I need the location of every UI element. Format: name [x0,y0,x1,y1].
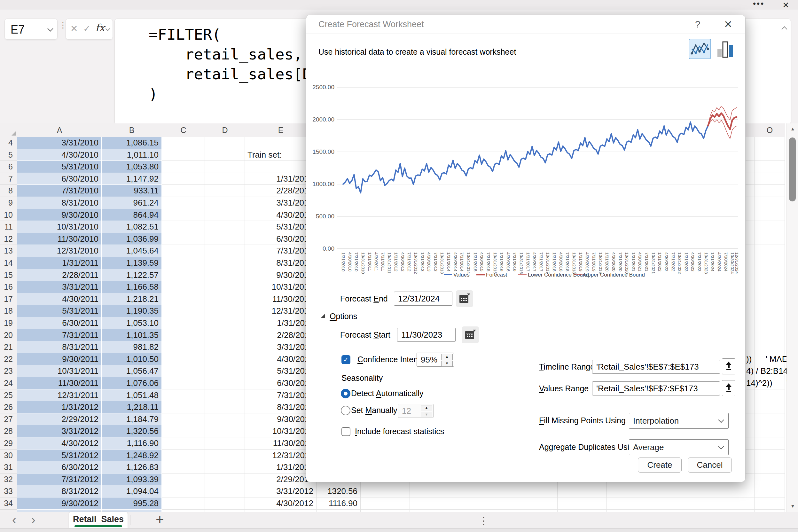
row-header[interactable]: 24 [0,377,17,390]
grid-cell[interactable] [162,149,205,161]
row-header[interactable]: 20 [0,329,17,341]
grid-cell[interactable] [162,197,205,209]
name-box-chevron-icon[interactable] [47,25,53,31]
grid-cell[interactable] [162,269,205,281]
grid-cell[interactable] [755,510,785,512]
grid-cell[interactable]: 10/31/2010 [17,221,102,233]
grid-cell[interactable] [205,497,245,510]
grid-cell[interactable]: 981.82 [102,341,162,353]
grid-cell[interactable] [557,510,607,512]
grid-cell[interactable] [459,497,508,510]
grid-cell[interactable] [755,485,785,497]
grid-cell[interactable] [162,437,205,450]
grid-cell[interactable]: 1,010.50 [102,353,162,365]
grid-cell[interactable] [755,233,785,245]
grid-cell[interactable] [755,497,785,510]
grid-cell[interactable]: 1,126.83 [102,461,162,474]
grid-cell[interactable] [205,161,245,173]
spin-up-icon[interactable]: ▲ [421,405,432,411]
grid-cell[interactable]: 1,076.06 [102,377,162,390]
dialog-help-icon[interactable]: ? [695,19,701,30]
grid-cell[interactable] [205,269,245,281]
scroll-up-icon[interactable]: ▲ [790,126,795,131]
grid-cell[interactable] [205,245,245,257]
grid-cell[interactable] [162,209,205,221]
line-chart-type-button[interactable] [689,39,711,59]
grid-cell[interactable]: 5/31/2011 [17,305,102,317]
grid-cell[interactable]: 1,248.92 [102,450,162,462]
grid-cell[interactable] [205,377,245,390]
grid-cell[interactable] [656,485,705,497]
row-header[interactable]: 17 [0,293,17,305]
timeline-range-select-button[interactable] [722,358,735,374]
grid-cell[interactable] [656,510,705,512]
grid-cell[interactable] [102,510,162,512]
grid-cell[interactable] [410,510,459,512]
grid-cell[interactable] [162,497,205,510]
grid-cell[interactable]: 1,093.39 [102,474,162,486]
fx-chevron-icon[interactable] [106,26,110,31]
grid-cell[interactable] [755,257,785,269]
grid-cell[interactable] [205,197,245,209]
row-header[interactable]: 6 [0,161,17,173]
grid-cell[interactable] [755,317,785,329]
grid-cell[interactable] [755,341,785,353]
grid-cell[interactable] [162,474,205,486]
grid-cell[interactable] [162,401,205,413]
grid-cell[interactable] [162,425,205,437]
grid-cell[interactable] [755,161,785,173]
grid-cell[interactable]: 8/31/2010 [17,197,102,209]
row-header[interactable]: 15 [0,269,17,281]
grid-cell[interactable]: 4/30/2012 [17,437,102,450]
grid-cell[interactable]: 1,051.48 [102,390,162,402]
confidence-interval-checkbox[interactable]: ✓ [341,355,350,364]
forecast-end-calendar-button[interactable] [456,290,473,307]
grid-cell[interactable] [205,221,245,233]
grid-cell[interactable] [162,161,205,173]
timeline-range-input[interactable]: 'Retail_Sales'!$E$7:$E$173 [592,360,720,374]
row-header[interactable]: 23 [0,365,17,377]
grid-cell[interactable] [205,341,245,353]
grid-cell[interactable] [755,185,785,197]
values-range-input[interactable]: 'Retail_Sales'!$F$7:$F$173 [592,381,720,396]
grid-cell[interactable] [205,185,245,197]
row-header[interactable]: 28 [0,425,17,437]
grid-cell[interactable] [508,485,557,497]
grid-cell[interactable] [205,437,245,450]
grid-cell[interactable]: 1,147.92 [102,173,162,185]
grid-cell[interactable]: 2/29/2012 [17,413,102,425]
grid-cell[interactable] [162,485,205,497]
grid-cell[interactable]: 1320.56 [317,485,361,497]
vertical-scrollbar[interactable]: ▲ ▼ [786,124,798,512]
grid-cell[interactable] [755,437,785,450]
grid-cell[interactable] [205,329,245,341]
grid-cell[interactable] [755,293,785,305]
grid-cell[interactable]: 1,184.79 [102,413,162,425]
column-header-o[interactable]: O [755,124,785,137]
grid-cell[interactable] [755,221,785,233]
grid-cell[interactable] [755,450,785,462]
grid-cell[interactable] [607,497,656,510]
grid-cell[interactable] [755,401,785,413]
insert-function-icon[interactable]: fx [95,22,105,34]
options-collapse-icon[interactable] [320,313,325,319]
grid-cell[interactable] [755,413,785,425]
grid-cell[interactable] [755,329,785,341]
grid-cell[interactable] [607,510,656,512]
row-header[interactable]: 34 [0,497,17,510]
grid-cell[interactable] [205,413,245,425]
grid-cell[interactable] [205,461,245,474]
grid-cell[interactable] [755,390,785,402]
grid-cell[interactable]: 1,122.57 [102,269,162,281]
vertical-scroll-thumb[interactable] [789,137,796,202]
grid-cell[interactable] [205,510,245,512]
forecast-start-calendar-button[interactable] [462,326,479,343]
row-header[interactable]: 19 [0,317,17,329]
grid-cell[interactable] [755,137,785,149]
forecast-end-input[interactable]: 12/31/2024 [394,291,452,306]
grid-cell[interactable] [162,341,205,353]
grid-cell[interactable] [317,510,361,512]
row-header[interactable]: 5 [0,149,17,161]
grid-cell[interactable] [557,497,607,510]
grid-cell[interactable] [361,485,410,497]
